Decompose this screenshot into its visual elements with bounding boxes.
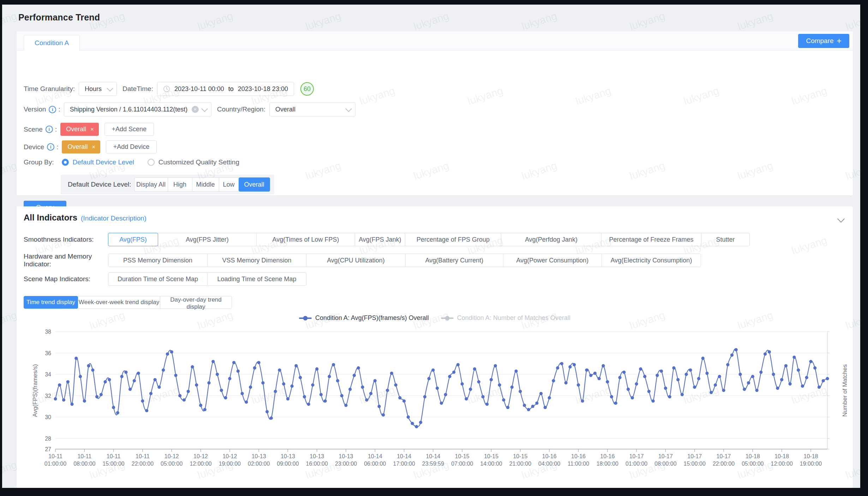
data-point[interactable] <box>427 377 431 380</box>
data-point[interactable] <box>813 366 816 369</box>
data-point[interactable] <box>568 365 571 368</box>
data-point[interactable] <box>378 405 381 408</box>
data-point[interactable] <box>593 371 597 375</box>
data-point[interactable] <box>303 395 306 398</box>
data-point[interactable] <box>257 361 261 364</box>
data-point[interactable] <box>232 361 235 364</box>
data-point[interactable] <box>564 381 568 385</box>
indicator-avg-fps-jitter-[interactable]: Avg(FPS Jitter) <box>158 233 257 246</box>
data-point[interactable] <box>74 357 78 360</box>
data-point[interactable] <box>498 383 501 387</box>
data-point[interactable] <box>801 385 804 388</box>
device-level-display-all[interactable]: Display All <box>134 177 168 192</box>
data-point[interactable] <box>166 352 169 356</box>
fps-trend-chart[interactable]: 3836343230282710-1101:00:0010-1108:00:00… <box>17 323 853 488</box>
data-point[interactable] <box>481 395 484 398</box>
data-point[interactable] <box>100 393 103 396</box>
data-point[interactable] <box>465 397 468 400</box>
data-point[interactable] <box>535 401 538 405</box>
data-point[interactable] <box>552 379 555 382</box>
data-point[interactable] <box>473 367 476 370</box>
data-point[interactable] <box>83 399 86 403</box>
data-point[interactable] <box>149 392 152 395</box>
data-point[interactable] <box>174 374 177 377</box>
data-point[interactable] <box>261 381 264 385</box>
data-point[interactable] <box>245 400 248 404</box>
data-point[interactable] <box>195 383 198 387</box>
info-icon[interactable]: i <box>47 143 54 151</box>
data-point[interactable] <box>544 406 547 409</box>
indicator-vss-memory-dimension[interactable]: VSS Memory Dimension <box>207 254 306 267</box>
data-point[interactable] <box>124 370 127 374</box>
data-point[interactable] <box>577 383 580 387</box>
legend-item[interactable]: Condition A: Avg(FPS)(frames/s) Overall <box>299 314 429 322</box>
data-point[interactable] <box>157 386 161 389</box>
data-point[interactable] <box>461 382 464 386</box>
data-point[interactable] <box>759 370 762 374</box>
data-point[interactable] <box>818 386 821 389</box>
data-point[interactable] <box>627 388 630 391</box>
data-point[interactable] <box>348 388 352 391</box>
add-scene-button[interactable]: +Add Scene <box>104 123 154 136</box>
data-point[interactable] <box>714 383 717 387</box>
data-point[interactable] <box>211 360 215 363</box>
data-point[interactable] <box>601 364 605 367</box>
trend-tab-time-trend-display[interactable]: Time trend display <box>24 296 78 309</box>
device-level-high[interactable]: High <box>168 177 192 192</box>
indicator-avg-fps-[interactable]: Avg(FPS) <box>108 233 158 246</box>
data-point[interactable] <box>598 377 601 380</box>
data-point[interactable] <box>340 394 343 397</box>
data-point[interactable] <box>112 406 115 409</box>
indicator-avg-battery-current-[interactable]: Avg(Battery Current) <box>405 254 503 267</box>
data-point[interactable] <box>361 386 364 389</box>
data-point[interactable] <box>291 385 294 388</box>
data-point[interactable] <box>299 376 302 379</box>
data-point[interactable] <box>336 379 339 382</box>
datetime-range-input[interactable]: 2023-10-11 00:00 to 2023-10-18 23:00 <box>157 82 294 96</box>
data-point[interactable] <box>764 352 767 356</box>
data-point[interactable] <box>324 399 327 403</box>
data-point[interactable] <box>282 382 285 386</box>
data-point[interactable] <box>141 399 144 403</box>
data-point[interactable] <box>643 375 646 378</box>
data-point[interactable] <box>178 394 181 397</box>
device-tag-overall[interactable]: Overall × <box>62 140 100 153</box>
data-point[interactable] <box>705 371 708 375</box>
data-point[interactable] <box>776 387 779 390</box>
data-point[interactable] <box>170 350 173 353</box>
data-point[interactable] <box>382 413 385 417</box>
data-point[interactable] <box>502 398 505 401</box>
data-point[interactable] <box>95 395 98 398</box>
scene-tag-overall[interactable]: Overall × <box>60 123 98 136</box>
data-point[interactable] <box>652 399 655 403</box>
data-point[interactable] <box>780 378 783 381</box>
data-point[interactable] <box>614 401 617 405</box>
data-point[interactable] <box>738 373 742 376</box>
data-point[interactable] <box>672 366 675 369</box>
data-point[interactable] <box>635 382 638 386</box>
data-point[interactable] <box>79 375 82 378</box>
data-point[interactable] <box>477 380 480 383</box>
trend-tab-week-over-week-trend-display[interactable]: Week-over-week trend display <box>78 296 160 309</box>
data-point[interactable] <box>531 405 534 408</box>
data-point[interactable] <box>747 381 750 385</box>
data-point[interactable] <box>87 364 90 367</box>
data-point[interactable] <box>639 367 642 370</box>
data-point[interactable] <box>411 422 414 425</box>
datetime-end[interactable]: 2023-10-18 23:00 <box>238 85 288 93</box>
data-point[interactable] <box>128 388 132 391</box>
device-level-overall[interactable]: Overall <box>239 177 270 192</box>
data-point[interactable] <box>402 399 406 403</box>
group-by-radio-customized-quality-setting[interactable]: Customized Quality Setting <box>148 158 239 166</box>
remove-tag-icon[interactable]: × <box>90 126 94 133</box>
data-point[interactable] <box>328 375 331 378</box>
data-point[interactable] <box>730 353 734 357</box>
trend-tab-day-over-day-trend-display[interactable]: Day-over-day trend display <box>160 296 232 309</box>
info-icon[interactable]: i <box>49 106 56 113</box>
indicator-avg-perfdog-jank-[interactable]: Avg(Perfdog Jank) <box>501 233 601 246</box>
data-point[interactable] <box>548 396 551 399</box>
data-point[interactable] <box>527 408 530 411</box>
data-point[interactable] <box>519 390 522 393</box>
indicator-duration-time-of-scene-map[interactable]: Duration Time of Scene Map <box>108 272 208 286</box>
data-point[interactable] <box>407 416 410 419</box>
